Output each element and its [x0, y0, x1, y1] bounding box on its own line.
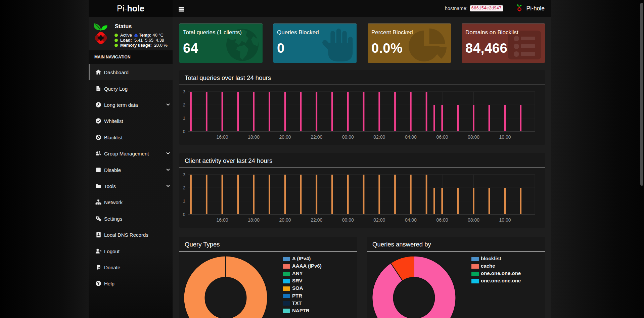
svg-text:02:00: 02:00 [373, 217, 385, 223]
svg-text:18:00: 18:00 [248, 217, 260, 223]
svg-text:16:00: 16:00 [216, 134, 228, 140]
svg-text:18:00: 18:00 [248, 134, 260, 140]
svg-text:10:00: 10:00 [499, 134, 511, 140]
svg-text:10:00: 10:00 [499, 217, 511, 223]
svg-text:1: 1 [183, 116, 185, 121]
svg-text:00:00: 00:00 [342, 217, 354, 223]
svg-text:2: 2 [183, 102, 185, 107]
svg-text:2: 2 [183, 185, 185, 190]
svg-text:20:00: 20:00 [279, 217, 291, 223]
svg-text:1: 1 [183, 198, 185, 203]
svg-text:22:00: 22:00 [311, 217, 322, 223]
svg-text:3: 3 [183, 172, 185, 177]
svg-text:16:00: 16:00 [216, 217, 228, 223]
svg-text:0: 0 [183, 212, 185, 217]
svg-text:06:00: 06:00 [436, 217, 448, 223]
svg-text:22:00: 22:00 [311, 134, 322, 140]
svg-text:08:00: 08:00 [468, 217, 479, 223]
svg-text:00:00: 00:00 [342, 134, 354, 140]
svg-text:04:00: 04:00 [405, 134, 417, 140]
svg-text:02:00: 02:00 [373, 134, 385, 140]
svg-text:3: 3 [183, 89, 185, 94]
svg-text:20:00: 20:00 [279, 134, 291, 140]
svg-text:08:00: 08:00 [468, 134, 479, 140]
svg-text:04:00: 04:00 [405, 217, 417, 223]
svg-text:06:00: 06:00 [436, 134, 448, 140]
svg-text:0: 0 [183, 129, 185, 134]
